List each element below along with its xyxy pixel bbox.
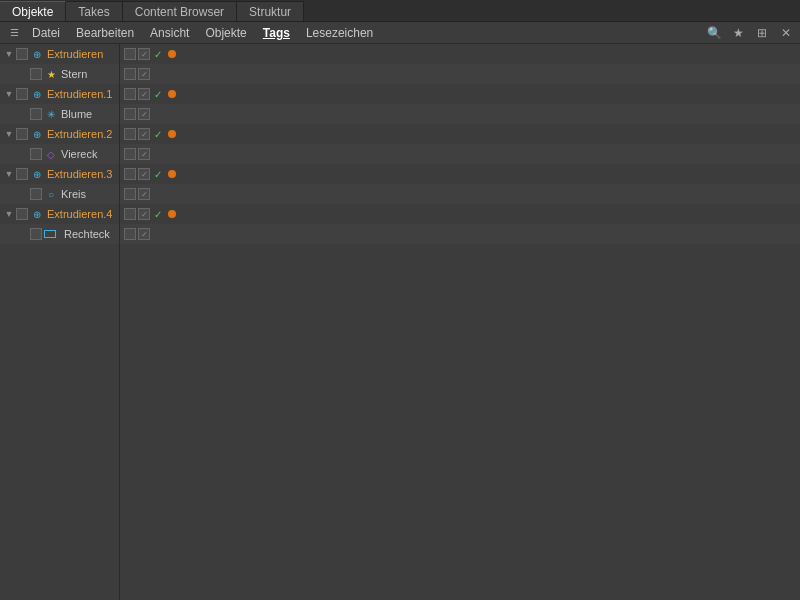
expand-btn[interactable]: ▼ (2, 87, 16, 101)
tag-checkbox-2[interactable]: ✓ (138, 48, 150, 60)
row-checkbox[interactable] (16, 168, 28, 180)
tree-row[interactable]: ▼ ⊕ Extrudieren.1 (0, 84, 119, 104)
tab-content-browser[interactable]: Content Browser (123, 1, 237, 21)
diamond-icon: ◇ (44, 147, 58, 161)
tree-row[interactable]: ○ Kreis (0, 184, 119, 204)
menu-bar-right: 🔍 ★ ⊞ ✕ (704, 23, 796, 43)
tag-dot (168, 170, 176, 178)
menu-ansicht[interactable]: Ansicht (142, 24, 197, 42)
tab-struktur[interactable]: Struktur (237, 1, 304, 21)
tag-checkbox-1[interactable] (124, 148, 136, 160)
tab-objekte[interactable]: Objekte (0, 1, 66, 21)
tag-checkmark: ✓ (154, 49, 162, 60)
tags-panel: ✓ ✓ ✓ ✓ ✓ (120, 44, 800, 600)
tag-check-group: ✓ (124, 228, 150, 240)
tag-check-group: ✓ ✓ (124, 48, 176, 60)
menu-objekte[interactable]: Objekte (197, 24, 254, 42)
row-checkbox[interactable] (16, 128, 28, 140)
expand-btn[interactable]: ▼ (2, 127, 16, 141)
main-area: ▼ ⊕ Extrudieren ★ Stern ▼ ⊕ Extrudieren.… (0, 44, 800, 600)
tag-checkbox-2[interactable]: ✓ (138, 208, 150, 220)
tags-row: ✓ (120, 224, 800, 244)
tag-checkmark: ✓ (154, 89, 162, 100)
obj-label: Viereck (61, 148, 97, 160)
expand-btn (16, 187, 30, 201)
row-checkbox[interactable] (30, 228, 42, 240)
expand-btn (16, 227, 30, 241)
tag-checkbox-1[interactable] (124, 208, 136, 220)
row-checkbox[interactable] (16, 48, 28, 60)
tag-check-group: ✓ (124, 108, 150, 120)
tag-checkbox-1[interactable] (124, 228, 136, 240)
tag-checkbox-2[interactable]: ✓ (138, 228, 150, 240)
tag-checkbox-2[interactable]: ✓ (138, 148, 150, 160)
tags-row: ✓ ✓ (120, 44, 800, 64)
expand-btn[interactable]: ▼ (2, 167, 16, 181)
maximize-icon[interactable]: ⊞ (752, 23, 772, 43)
extrude-icon: ⊕ (30, 167, 44, 181)
tags-row: ✓ ✓ (120, 204, 800, 224)
obj-label: Blume (61, 108, 92, 120)
row-checkbox[interactable] (30, 108, 42, 120)
obj-label: Rechteck (64, 228, 110, 240)
tree-row[interactable]: Rechteck (0, 224, 119, 244)
tree-row[interactable]: ✳ Blume (0, 104, 119, 124)
tag-checkbox-2[interactable]: ✓ (138, 108, 150, 120)
tags-row: ✓ ✓ (120, 164, 800, 184)
tag-dot (168, 210, 176, 218)
tag-checkbox-1[interactable] (124, 168, 136, 180)
tag-checkbox-1[interactable] (124, 188, 136, 200)
expand-btn (16, 107, 30, 121)
close-icon[interactable]: ✕ (776, 23, 796, 43)
tag-checkbox-1[interactable] (124, 48, 136, 60)
tag-checkbox-1[interactable] (124, 88, 136, 100)
rectangle-icon (44, 230, 56, 238)
tag-check-group: ✓ (124, 148, 150, 160)
tree-row[interactable]: ▼ ⊕ Extrudieren.2 (0, 124, 119, 144)
row-checkbox[interactable] (16, 88, 28, 100)
menu-hamburger-icon[interactable]: ☰ (4, 23, 24, 43)
tree-row[interactable]: ▼ ⊕ Extrudieren.4 (0, 204, 119, 224)
row-checkbox[interactable] (30, 148, 42, 160)
expand-btn (16, 147, 30, 161)
tag-checkbox-2[interactable]: ✓ (138, 168, 150, 180)
obj-label: Extrudieren.1 (47, 88, 112, 100)
tags-row: ✓ (120, 64, 800, 84)
tree-row[interactable]: ★ Stern (0, 64, 119, 84)
asterisk-icon: ✳ (44, 107, 58, 121)
expand-btn (16, 67, 30, 81)
menu-lesezeichen[interactable]: Lesezeichen (298, 24, 381, 42)
extrude-icon: ⊕ (30, 207, 44, 221)
tag-checkbox-2[interactable]: ✓ (138, 188, 150, 200)
obj-label: Extrudieren.4 (47, 208, 112, 220)
circle-icon: ○ (44, 187, 58, 201)
tag-checkbox-2[interactable]: ✓ (138, 88, 150, 100)
tab-takes[interactable]: Takes (66, 1, 122, 21)
tag-check-group: ✓ (124, 68, 150, 80)
tag-checkbox-2[interactable]: ✓ (138, 68, 150, 80)
tree-row[interactable]: ▼ ⊕ Extrudieren (0, 44, 119, 64)
row-checkbox[interactable] (16, 208, 28, 220)
tree-row[interactable]: ◇ Viereck (0, 144, 119, 164)
extrude-icon: ⊕ (30, 87, 44, 101)
search-icon[interactable]: 🔍 (704, 23, 724, 43)
tag-checkbox-1[interactable] (124, 68, 136, 80)
menu-datei[interactable]: Datei (24, 24, 68, 42)
tags-row: ✓ (120, 184, 800, 204)
tag-checkbox-1[interactable] (124, 128, 136, 140)
star-icon[interactable]: ★ (728, 23, 748, 43)
tag-check-group: ✓ ✓ (124, 128, 176, 140)
tag-checkbox-2[interactable]: ✓ (138, 128, 150, 140)
tag-checkbox-1[interactable] (124, 108, 136, 120)
menu-bearbeiten[interactable]: Bearbeiten (68, 24, 142, 42)
expand-btn[interactable]: ▼ (2, 47, 16, 61)
row-checkbox[interactable] (30, 68, 42, 80)
tag-check-group: ✓ ✓ (124, 168, 176, 180)
tag-check-group: ✓ (124, 188, 150, 200)
extrude-icon: ⊕ (30, 47, 44, 61)
tree-row[interactable]: ▼ ⊕ Extrudieren.3 (0, 164, 119, 184)
expand-btn[interactable]: ▼ (2, 207, 16, 221)
tags-row: ✓ ✓ (120, 84, 800, 104)
row-checkbox[interactable] (30, 188, 42, 200)
menu-tags[interactable]: Tags (255, 24, 298, 42)
